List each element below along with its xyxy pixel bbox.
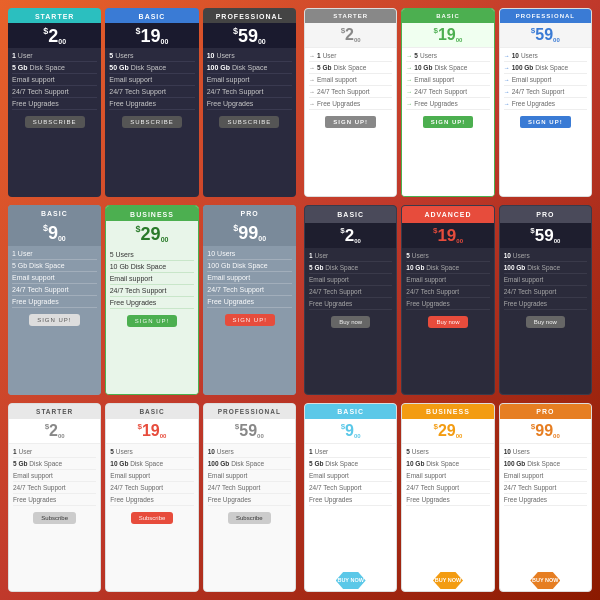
plan-price-box: $200 [8,23,101,48]
plan-price: $9900 [207,224,292,242]
plan-price: $9900 [504,423,587,439]
subscribe-button[interactable]: Subscribe [33,512,76,524]
plan-price: $2900 [110,225,195,243]
plan-feature: 10 Gb Disk Space [110,460,193,470]
buynow-button[interactable]: Buy now [526,316,565,328]
plan-price: $1900 [406,27,489,43]
plan-price-box: $200 [9,419,100,444]
plan-body: 1 User 5 Gb Disk Space Email support 24/… [8,246,101,394]
plan-feature: 5 Gb Disk Space [12,64,97,74]
plan-feature: 100 Gb Disk Space [208,460,291,470]
plan-feature: 1 User [309,252,392,262]
plan-feature: Email support [207,76,292,86]
signup-button[interactable]: Sign Up! [29,314,79,326]
subscribe-button[interactable]: SUBSCRIBE [219,116,279,128]
plan-feature: Email support [110,275,195,285]
plan-card-basic-minimal: BASIC $1900 5 Users 10 Gb Disk Space Ema… [105,403,198,592]
plan-header: BASIC [8,205,101,220]
plan-header: BASIC [305,206,396,223]
buynow-hex-button[interactable]: BUY NOW [433,572,463,589]
plan-feature: Email support [309,276,392,286]
plan-header: BASIC [305,404,396,419]
subscribe-button[interactable]: SUBSCRIBE [25,116,85,128]
subscribe-button[interactable]: Subscribe [131,512,174,524]
plan-price-box: $5900 [500,223,591,248]
plan-feature: →Free Upgrades [406,100,489,110]
plan-header: STARTER [305,9,396,23]
plan-card-basic-dark-accent: BASIC $200 1 User 5 Gb Disk Space Email … [304,205,397,394]
signup-button[interactable]: Sign Up! [127,315,177,327]
plan-card-basic-colored: BASIC $900 1 User 5 Gb Disk Space Email … [8,205,101,394]
plan-price-box: $200 [305,23,396,48]
plan-feature: →Free Upgrades [309,100,392,110]
plan-header: PRO [203,205,296,220]
plan-header: STARTER [8,8,101,23]
plan-feature: 1 User [13,448,96,458]
plan-feature: →10 Users [504,52,587,62]
buynow-hex-button[interactable]: BUY NOW [530,572,560,589]
plan-price: $1900 [406,227,489,244]
plan-price-box: $1900 [106,419,197,444]
subscribe-button[interactable]: Subscribe [228,512,271,524]
plan-header: BASIC [402,9,493,23]
buynow-hex-button[interactable]: BUY NOW [336,572,366,589]
buynow-button[interactable]: Buy now [331,316,370,328]
plan-feature: 24/7 Tech Support [406,288,489,298]
signup-button[interactable]: SIGN UP! [423,116,474,128]
plan-feature: Free Upgrades [12,100,97,110]
plan-header: PROFESSIONAL [500,9,591,23]
plan-price: $900 [12,224,97,242]
subscribe-button[interactable]: SUBSCRIBE [122,116,182,128]
plan-price: $1900 [110,423,193,439]
plan-feature: →5 Users [406,52,489,62]
plan-feature: →5 Gb Disk Space [309,64,392,74]
plan-feature: 5 Gb Disk Space [309,460,392,470]
plan-feature: 24/7 Tech Support [12,286,97,296]
plan-feature: →10 Gb Disk Space [406,64,489,74]
pricing-grid: STARTER $200 1 User 5 Gb Disk Space Emai… [0,0,600,600]
plan-feature: 5 Gb Disk Space [309,264,392,274]
plan-feature: 5 Users [109,52,194,62]
plan-price: $5900 [504,27,587,43]
plan-feature: 50 Gb Disk Space [109,64,194,74]
plan-header: STARTER [9,404,100,419]
plan-feature: 10 Users [207,250,292,260]
plan-card-basic-dark: BASIC $1900 5 Users 50 Gb Disk Space Ema… [105,8,198,197]
plan-price-box: $900 [305,419,396,444]
plan-body: 10 Users 100 Gb Disk Space Email support… [203,48,296,197]
signup-button[interactable]: Sign Up! [225,314,275,326]
plan-feature: 100 Gb Disk Space [207,262,292,272]
section-dark: STARTER $200 1 User 5 Gb Disk Space Emai… [8,8,296,197]
plan-price: $900 [309,423,392,439]
plan-body: 5 Users 10 Gb Disk Space Email support 2… [402,248,493,393]
signup-button[interactable]: SIGN UP! [520,116,571,128]
plan-feature: Free Upgrades [309,300,392,310]
plan-price-box: $900 [8,220,101,246]
plan-body: 1 User 5 Gb Disk Space Email support 24/… [8,48,101,197]
plan-feature: 24/7 Tech Support [208,484,291,494]
plan-price-box: $1900 [402,223,493,248]
plan-feature: Email support [13,472,96,482]
plan-body: →10 Users →100 Gb Disk Space →Email supp… [500,48,591,196]
section-dark-accent: BASIC $200 1 User 5 Gb Disk Space Email … [304,205,592,394]
plan-feature: 5 Gb Disk Space [12,262,97,272]
plan-feature: Email support [504,276,587,286]
plan-feature: 5 Users [406,252,489,262]
plan-feature: Email support [406,472,489,482]
plan-card-starter-light: STARTER $200 →1 User →5 Gb Disk Space →E… [304,8,397,197]
plan-feature: 24/7 Tech Support [406,484,489,494]
buynow-button[interactable]: Buy now [428,316,467,328]
plan-feature: 10 Gb Disk Space [406,460,489,470]
plan-price-box: $200 [305,223,396,248]
plan-feature: Email support [504,472,587,482]
plan-feature: 10 Users [208,448,291,458]
plan-card-pro-dark-accent: PRO $5900 10 Users 100 Gb Disk Space Ema… [499,205,592,394]
plan-feature: 24/7 Tech Support [309,484,392,494]
plan-feature: Email support [207,274,292,284]
plan-feature: →Email support [309,76,392,86]
signup-button[interactable]: SIGN UP! [325,116,376,128]
plan-card-basic-hex: BASIC $900 1 User 5 Gb Disk Space Email … [304,403,397,592]
plan-card-basic-light: BASIC $1900 →5 Users →10 Gb Disk Space →… [401,8,494,197]
plan-feature: Free Upgrades [207,100,292,110]
plan-feature: Email support [110,472,193,482]
